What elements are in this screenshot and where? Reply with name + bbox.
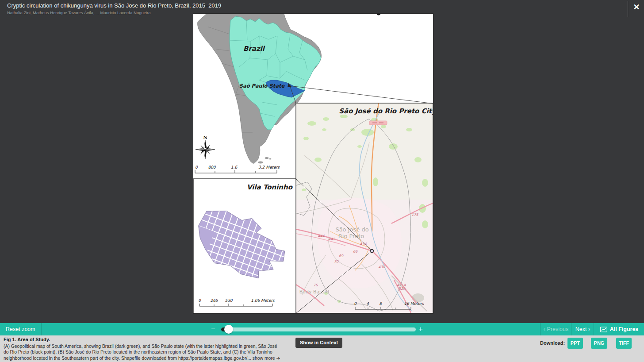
next-label: Next [575,326,587,332]
scale-a-3: 3.2 Meters [258,165,280,169]
road-66: 66 [353,250,358,254]
arrow-right-icon: ➜ [276,356,280,361]
city-inset-title: São José do Rio Preto City [339,107,433,115]
panel-c-vila-toninho-map: 0 265 530 1.06 Meters Vila Toninho [193,179,301,313]
previous-label: Previous [547,326,569,332]
caption-line: (A) Geopolitical map of South America, s… [4,343,280,349]
scale-c-3: 1.06 Meters [251,298,275,303]
figure-caption-text: (A) Geopolitical map of South America, s… [4,343,280,361]
compass-rose-icon: N [196,135,215,159]
city-name-line2: Rio Preto [338,233,364,239]
road-70: 70 [334,260,339,264]
sao-paulo-state-label: Saõ Paulo State [239,83,285,89]
download-png-button[interactable]: PNG [591,338,607,349]
reset-zoom-button[interactable]: Reset zoom [0,323,42,335]
scale-b-3: 16 Meters [404,301,424,306]
download-ppt-button[interactable]: PPT [567,338,583,349]
caption-line: neighborhood located in the Southeastern… [4,355,280,361]
scale-b-1: 4 [366,301,369,306]
all-figures-button[interactable]: All Figures [594,323,644,335]
road-442: 442 [328,237,335,241]
figure-canvas[interactable]: Brazil Saõ Paulo State N 0 800 1.6 3.2 M… [193,13,433,314]
article-authors: Nathalia Zini, Matheus Henrique Tavares … [7,10,221,15]
chart-icon [600,327,607,332]
scale-c-2: 530 [225,298,233,303]
previous-figure-button[interactable]: ‹ Previous [540,323,571,335]
vila-toninho-title: Vila Toninho [247,183,293,191]
road-430: 430 [378,265,385,269]
show-more-link[interactable]: show more [253,356,275,361]
article-title: Cryptic circulation of chikungunya virus… [7,2,221,9]
chevron-right-icon: › [588,326,590,332]
show-in-context-button[interactable]: Show in Context [295,338,342,348]
scale-a-0: 0 [195,165,198,169]
zoom-out-icon[interactable]: − [211,323,215,335]
study-point-marker [371,250,374,253]
panel-a-scale-bar [195,170,277,173]
header-divider [628,1,628,17]
zoom-slider-track[interactable] [221,327,416,331]
caption-panel: Fig 1. Area of Study. (A) Geopolitical m… [0,335,644,362]
road-69: 69 [339,254,344,258]
road-76: 76 [313,283,318,287]
caption-line-text: neighborhood located in the Southeastern… [4,356,251,361]
panel-b-city-map: São José do Rio Preto Bady Bassitt 444 4… [296,103,433,313]
figure-caption-heading: Fig 1. Area of Study. [4,337,50,342]
brazil-label: Brazil [243,45,265,53]
next-figure-button[interactable]: Next › [571,323,594,335]
svg-text:N: N [203,135,207,140]
scale-a-2: 1.6 [231,165,238,169]
caption-line: do Rio Preto (black point), (B) São José… [4,349,280,355]
download-label: Download: [540,340,565,346]
viewer-header: Cryptic circulation of chikungunya virus… [7,2,221,15]
close-icon[interactable]: ✕ [630,0,643,14]
all-figures-label: All Figures [610,326,639,332]
city-name-line1: São José do [335,226,368,233]
road-444: 444 [318,234,325,238]
zoom-slider-handle[interactable] [224,325,233,334]
chevron-left-icon: ‹ [544,326,545,332]
road-42a: 42A [399,287,406,291]
scale-c-1: 265 [210,298,218,303]
download-tiff-button[interactable]: TIFF [616,338,632,349]
figure-image: Brazil Saõ Paulo State N 0 800 1.6 3.2 M… [193,14,433,313]
scale-a-1: 800 [208,165,216,169]
bady-bassitt-label: Bady Bassitt [299,289,330,295]
road-175: 175 [411,213,418,217]
zoom-in-icon[interactable]: + [418,323,423,335]
